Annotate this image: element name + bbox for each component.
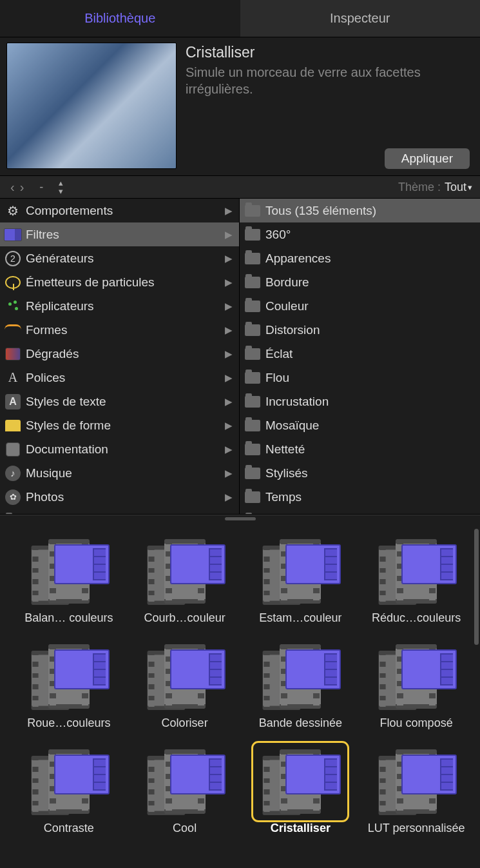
subcategory-row[interactable]: Couleur bbox=[240, 294, 480, 318]
subcategory-row[interactable]: Incrustation bbox=[240, 390, 480, 413]
category-label: Photos bbox=[26, 490, 221, 504]
filter-cell[interactable]: Bande dessinée bbox=[247, 640, 354, 730]
filter-caption: Réduc…couleurs bbox=[372, 611, 461, 625]
category-row[interactable]: Formes▶ bbox=[0, 318, 239, 342]
tab-inspector[interactable]: Inspecteur bbox=[240, 0, 481, 37]
category-row[interactable]: AStyles de texte▶ bbox=[0, 390, 239, 413]
filter-cell[interactable]: LUT personnalisée bbox=[363, 745, 470, 835]
theme-dropdown[interactable]: Tout bbox=[445, 181, 466, 194]
filter-overlay-icon bbox=[401, 755, 457, 794]
filter-thumbnail bbox=[24, 535, 113, 607]
filter-cell[interactable]: Courb…couleur bbox=[131, 535, 238, 625]
nav-back-icon[interactable]: ‹ bbox=[8, 180, 17, 195]
filter-cell[interactable]: Estam…couleur bbox=[247, 535, 354, 625]
filter-cell[interactable]: Roue…couleurs bbox=[15, 640, 122, 730]
grid-scrollbar[interactable] bbox=[474, 529, 479, 645]
chevron-down-icon[interactable]: ▾ bbox=[468, 182, 472, 192]
category-row[interactable]: Contenu▶ bbox=[0, 509, 239, 514]
category-row[interactable]: 2Générateurs▶ bbox=[0, 246, 239, 270]
folder-icon bbox=[244, 321, 262, 339]
category-row[interactable]: Dégradés▶ bbox=[0, 342, 239, 366]
category-row[interactable]: ♪Musique▶ bbox=[0, 461, 239, 485]
filter-caption: Courb…couleur bbox=[144, 611, 226, 625]
folder-icon bbox=[244, 369, 262, 387]
filter-cell[interactable]: Coloriser bbox=[131, 640, 238, 730]
subcategory-row[interactable]: 360° bbox=[240, 222, 480, 246]
folder-icon bbox=[244, 512, 262, 515]
subcategory-row[interactable]: Vidéo bbox=[240, 509, 480, 514]
subcategory-label: Incrustation bbox=[265, 395, 476, 409]
category-row[interactable]: Émetteurs de particules▶ bbox=[0, 270, 239, 294]
category-row[interactable]: Styles de forme▶ bbox=[0, 413, 239, 437]
subcategory-label: Netteté bbox=[265, 442, 476, 457]
folder-icon bbox=[244, 345, 262, 363]
subcategory-row[interactable]: Stylisés bbox=[240, 461, 480, 485]
category-row[interactable]: ✿Photos▶ bbox=[0, 485, 239, 509]
tab-library[interactable]: Bibliothèque bbox=[0, 0, 240, 37]
apply-button[interactable]: Appliquer bbox=[385, 148, 470, 169]
subcategory-row[interactable]: Apparences bbox=[240, 246, 480, 270]
filter-thumbnail bbox=[140, 535, 229, 607]
subcategory-row[interactable]: Tous (135 éléments) bbox=[240, 199, 480, 222]
subcategory-label: Apparences bbox=[265, 252, 476, 266]
filter-thumbnail bbox=[256, 535, 345, 607]
filter-cell[interactable]: Cool bbox=[131, 745, 238, 835]
nav-forward-icon[interactable]: › bbox=[17, 180, 27, 195]
filter-overlay-icon bbox=[285, 755, 341, 794]
filter-overlay-icon bbox=[401, 649, 457, 689]
path-stepper[interactable]: ▴▾ bbox=[59, 179, 63, 195]
folder-icon bbox=[4, 512, 22, 515]
filter-caption: Cool bbox=[173, 822, 197, 835]
path-separator: - bbox=[39, 181, 43, 194]
tab-bar: Bibliothèque Inspecteur bbox=[0, 0, 480, 37]
category-row[interactable]: Réplicateurs▶ bbox=[0, 294, 239, 318]
category-label: Musique bbox=[26, 466, 221, 480]
chevron-right-icon: ▶ bbox=[225, 253, 235, 264]
font-icon: A bbox=[4, 369, 22, 387]
filter-overlay-icon bbox=[401, 544, 457, 584]
folder-icon bbox=[244, 464, 262, 482]
subcategory-label: Temps bbox=[265, 490, 476, 504]
category-row[interactable]: Filtres▶ bbox=[0, 222, 239, 246]
filter-caption: Coloriser bbox=[162, 716, 208, 730]
filter-caption: LUT personnalisée bbox=[368, 822, 465, 835]
filter-cell[interactable]: Cristalliser bbox=[247, 745, 354, 835]
category-column: ⚙Comportements▶Filtres▶2Générateurs▶Émet… bbox=[0, 199, 240, 514]
filter-thumbnail bbox=[24, 640, 113, 713]
filter-icon bbox=[4, 226, 22, 244]
replicator-icon bbox=[4, 297, 22, 315]
folder-icon bbox=[244, 273, 262, 291]
subcategory-row[interactable]: Temps bbox=[240, 485, 480, 509]
preview-thumbnail bbox=[6, 43, 177, 169]
filter-grid-pane: Balan… couleursCourb…couleurEstam…couleu… bbox=[0, 522, 480, 845]
subcategory-row[interactable]: Bordure bbox=[240, 270, 480, 294]
preview-header: Cristalliser Simule un morceau de verre … bbox=[0, 37, 480, 175]
filter-caption: Roue…couleurs bbox=[27, 716, 110, 730]
shape-icon bbox=[4, 321, 22, 339]
chevron-right-icon: ▶ bbox=[225, 205, 235, 217]
photos-icon: ✿ bbox=[4, 488, 22, 506]
subcategory-row[interactable]: Éclat bbox=[240, 342, 480, 366]
filter-cell[interactable]: Contraste bbox=[15, 745, 122, 835]
pane-divider[interactable] bbox=[0, 515, 480, 522]
subcategory-row[interactable]: Distorsion bbox=[240, 318, 480, 342]
category-row[interactable]: Documentation▶ bbox=[0, 437, 239, 461]
filter-cell[interactable]: Réduc…couleurs bbox=[363, 535, 470, 625]
filter-thumbnail bbox=[140, 640, 229, 713]
filter-cell[interactable]: Flou composé bbox=[363, 640, 470, 730]
library-browser: ⚙Comportements▶Filtres▶2Générateurs▶Émet… bbox=[0, 199, 480, 515]
filter-overlay-icon bbox=[285, 649, 341, 689]
category-row[interactable]: ⚙Comportements▶ bbox=[0, 199, 239, 222]
subcategory-label: Couleur bbox=[265, 299, 476, 313]
category-row[interactable]: APolices▶ bbox=[0, 366, 239, 390]
subcategory-row[interactable]: Netteté bbox=[240, 437, 480, 461]
particle-emitter-icon bbox=[4, 273, 22, 291]
subcategory-row[interactable]: Flou bbox=[240, 366, 480, 390]
chevron-right-icon: ▶ bbox=[225, 491, 235, 503]
filter-cell[interactable]: Balan… couleurs bbox=[15, 535, 122, 625]
subcategory-row[interactable]: Mosaïque bbox=[240, 413, 480, 437]
filter-caption: Flou composé bbox=[380, 716, 453, 730]
filter-thumbnail bbox=[372, 640, 461, 713]
documentation-icon bbox=[4, 440, 22, 459]
category-label: Documentation bbox=[26, 442, 221, 457]
